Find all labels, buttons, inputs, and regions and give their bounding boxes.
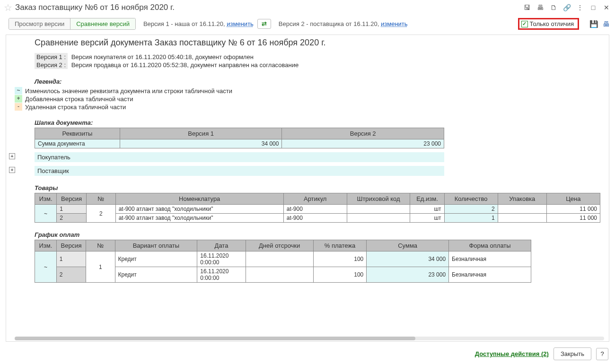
expand-buyer-button[interactable]: +	[9, 153, 15, 159]
horizontal-scrollbar[interactable]	[15, 337, 604, 340]
expand-supplier-button[interactable]: +	[9, 167, 15, 173]
view-mode-toggle: Просмотр версии Сравнение версий	[9, 18, 136, 30]
help-button[interactable]: ?	[596, 348, 608, 360]
version1-label: Версия 1 - наша от 16.11.20, изменить	[143, 20, 254, 27]
legend-removed: -Удаленная строка табличной части	[15, 103, 604, 111]
goods-row-v1: ~ 1 2 at-900 атлант завод "холодильники"…	[35, 205, 600, 214]
goods-table: Изм. Версия № Номенклатура Артикул Штрих…	[35, 193, 600, 223]
payment-title: График оплат	[35, 231, 604, 238]
available-actions-link[interactable]: Доступные действия (2)	[475, 350, 549, 357]
goods-row-v2: 2 at-900 атлант завод "холодильники" at-…	[35, 214, 600, 223]
disk-icon[interactable]: 💾	[589, 20, 598, 28]
view-version-button[interactable]: Просмотр версии	[9, 18, 70, 29]
goods-title: Товары	[35, 184, 604, 191]
swap-versions-button[interactable]: ⇄	[257, 19, 271, 29]
close-icon[interactable]: ✕	[603, 4, 610, 11]
change-version1-link[interactable]: изменить	[227, 20, 254, 27]
change-version2-link[interactable]: изменить	[381, 20, 408, 27]
header-section-title: Шапка документа:	[35, 119, 604, 126]
link-icon[interactable]: 🔗	[563, 4, 571, 11]
save-icon[interactable]: 🖫	[523, 4, 531, 11]
only-differences-checkbox[interactable]: ✓ Только отличия	[518, 18, 579, 30]
supplier-section: + Поставщик	[35, 166, 444, 176]
legend-added: +Добавленная строка табличной части	[15, 95, 604, 103]
version1-info: Версия 1 : Версия покупателя от 16.11.20…	[35, 53, 604, 61]
comparison-title: Сравнение версий документа Заказ поставщ…	[35, 38, 604, 48]
favorite-star-icon[interactable]: ☆	[4, 2, 12, 13]
buyer-section: + Покупатель	[35, 152, 444, 162]
legend-title: Легенда:	[35, 78, 604, 85]
version2-label: Версия 2 - поставщика от 16.11.20, измен…	[279, 20, 408, 27]
payment-table: Изм. Версия № Вариант оплаты Дата Дней о…	[35, 240, 531, 283]
legend-changed: ~Изменилось значение реквизита документа…	[15, 87, 604, 95]
header-table: РеквизитыВерсия 1Версия 2 Сумма документ…	[35, 128, 444, 148]
more-icon[interactable]: ⋮	[576, 4, 584, 11]
printer-icon[interactable]: 🖶	[602, 20, 610, 28]
preview-icon[interactable]: 🗋	[550, 4, 557, 11]
version2-info: Версия 2 : Версия продавца от 16.11.2020…	[35, 61, 604, 69]
close-button[interactable]: Закрыть	[554, 347, 591, 360]
header-row-sum: Сумма документа 34 000 23 000	[35, 139, 444, 148]
compare-versions-button[interactable]: Сравнение версий	[70, 18, 135, 29]
print-icon[interactable]: 🖶	[536, 4, 544, 11]
window-title: Заказ поставщику №6 от 16 ноября 2020 г.	[15, 3, 523, 12]
pay-row-v1: ~ 1 1 Кредит 16.11.2020 0:00:00 100 34 0…	[35, 251, 531, 267]
check-icon: ✓	[521, 21, 528, 27]
maximize-icon[interactable]: □	[589, 4, 597, 11]
